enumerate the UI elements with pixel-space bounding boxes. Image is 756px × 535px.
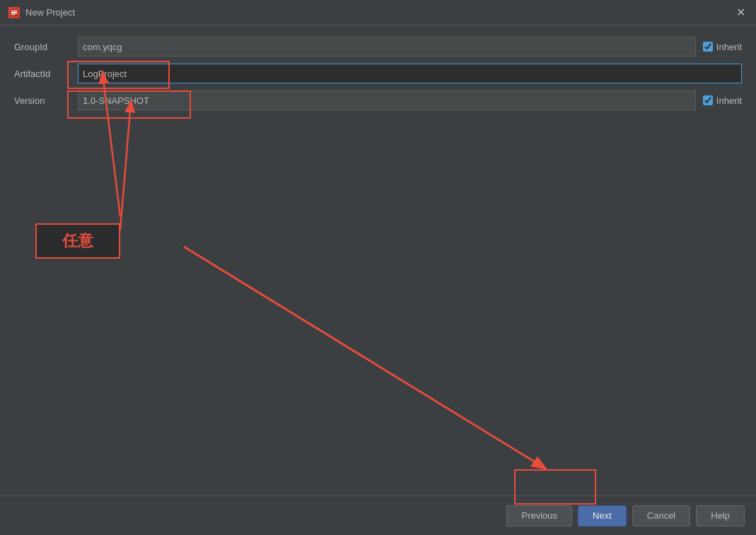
dialog-title: New Project xyxy=(25,7,75,18)
version-label: Version xyxy=(14,95,78,106)
version-input[interactable] xyxy=(78,90,696,110)
cancel-button[interactable]: Cancel xyxy=(632,505,690,527)
artifactid-input[interactable] xyxy=(78,64,742,83)
annotation-note-text: 任意 xyxy=(62,230,93,252)
svg-rect-3 xyxy=(11,14,15,15)
version-inherit-wrapper: Inherit xyxy=(703,95,742,106)
footer: Previous Next Cancel Help xyxy=(0,495,756,535)
content-area: GroupId Inherit ArtifactId Version Inher… xyxy=(0,25,756,495)
svg-rect-2 xyxy=(11,11,17,11)
version-inherit-checkbox[interactable] xyxy=(703,95,713,105)
groupid-input[interactable] xyxy=(78,37,696,57)
groupid-inherit-wrapper: Inherit xyxy=(703,42,742,52)
svg-line-7 xyxy=(184,247,545,468)
groupid-row: GroupId Inherit xyxy=(14,37,742,57)
title-bar: New Project ✕ xyxy=(0,0,756,25)
version-row: Version Inherit xyxy=(14,90,742,110)
svg-rect-1 xyxy=(11,12,17,13)
groupid-label: GroupId xyxy=(14,42,78,52)
previous-button[interactable]: Previous xyxy=(506,505,572,527)
version-inherit-label: Inherit xyxy=(716,95,742,106)
artifactid-label: ArtifactId xyxy=(14,69,78,79)
new-project-dialog: New Project ✕ GroupId Inherit ArtifactId… xyxy=(0,0,756,535)
groupid-inherit-label: Inherit xyxy=(716,42,742,52)
title-bar-left: New Project xyxy=(8,7,75,18)
help-button[interactable]: Help xyxy=(696,505,745,527)
artifactid-row: ArtifactId xyxy=(14,64,742,83)
app-icon xyxy=(8,7,20,18)
annotation-note-box: 任意 xyxy=(35,223,120,259)
svg-line-6 xyxy=(120,102,131,230)
close-button[interactable]: ✕ xyxy=(733,6,748,20)
groupid-inherit-checkbox[interactable] xyxy=(703,42,713,52)
next-button[interactable]: Next xyxy=(578,505,627,527)
